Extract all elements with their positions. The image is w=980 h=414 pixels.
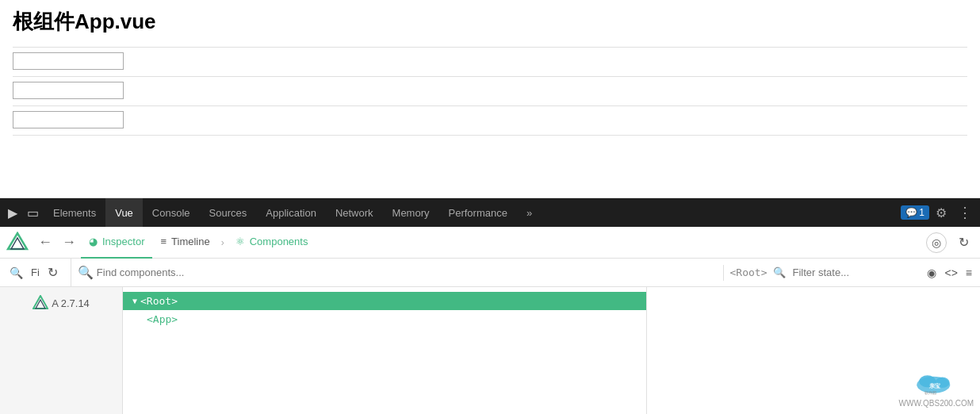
tab-timeline[interactable]: ≡ Timeline: [152, 227, 217, 259]
device-icon-btn[interactable]: ▭: [22, 202, 44, 224]
inspector-icon: ◕: [89, 236, 98, 247]
code-brackets-btn[interactable]: <>: [943, 265, 959, 281]
svg-marker-2: [33, 296, 48, 309]
chat-icon: 💬: [905, 207, 917, 218]
vue-sub-bar: ← → ◕ Inspector ≡ Timeline › ⚛ Component…: [0, 227, 980, 259]
more-options-icon-btn[interactable]: ⋮: [953, 201, 977, 224]
divider-4: [13, 135, 967, 136]
timeline-label: Timeline: [171, 236, 210, 247]
back-btn[interactable]: ←: [33, 232, 57, 252]
input-field-1[interactable]: [13, 52, 124, 70]
cursor-icon-btn[interactable]: ▶: [3, 202, 22, 224]
timeline-icon: ≡: [160, 236, 167, 247]
toolbar-left: 🔍 Fi ↻: [6, 259, 71, 286]
vue-bar-right: ◎ ↻: [926, 232, 974, 253]
vue-version-number: 2.7.14: [61, 297, 90, 309]
root-tag-label: <Root>: [730, 266, 768, 278]
more-actions-btn[interactable]: ≡: [964, 265, 974, 281]
vue-v-prefix: A: [52, 297, 61, 309]
component-tree: ▼ <Root> <App>: [123, 287, 647, 414]
tab-memory[interactable]: Memory: [383, 198, 439, 227]
watermark: 亲宝 软件园 WWW.QBS200.COM: [899, 367, 974, 408]
vue-v-icon: [33, 295, 48, 311]
find-components-input[interactable]: [97, 266, 335, 278]
input-field-3[interactable]: [13, 111, 124, 128]
divider-2: [13, 76, 967, 77]
vue-panel: A 2.7.14 ▼ <Root> <App> 亲宝: [0, 287, 980, 414]
input-row-3: [13, 111, 967, 128]
badge-count: 1: [919, 207, 924, 218]
inspector-label: Inspector: [102, 236, 144, 247]
main-content: 根组件App.vue: [0, 0, 980, 198]
toolbar-right-icons: ◉ <> ≡: [925, 265, 974, 281]
vue-toolbar: 🔍 Fi ↻ 🔍 <Root> 🔍 ◉ <> ≡: [0, 259, 980, 287]
page-title: 根组件App.vue: [13, 8, 967, 36]
root-arrow-icon: ▼: [132, 297, 137, 305]
app-component-label: <App>: [147, 313, 178, 325]
tab-sources[interactable]: Sources: [200, 198, 257, 227]
settings-icon-btn[interactable]: ⚙: [931, 202, 951, 224]
filter-search-icon: 🔍: [773, 266, 786, 278]
tab-console[interactable]: Console: [143, 198, 200, 227]
watermark-url: WWW.QBS200.COM: [899, 399, 974, 408]
notification-badge-btn[interactable]: 💬 1: [901, 205, 929, 220]
refresh-icon-btn[interactable]: ↻: [953, 232, 974, 253]
tab-vue[interactable]: Vue: [105, 198, 143, 227]
fi-label: Fi: [31, 266, 40, 278]
tab-elements[interactable]: Elements: [44, 198, 105, 227]
vue-version-text: A 2.7.14: [52, 297, 90, 309]
tab-application[interactable]: Application: [256, 198, 326, 227]
tab-inspector[interactable]: ◕ Inspector: [81, 227, 152, 259]
forward-btn[interactable]: →: [57, 232, 81, 252]
filter-state-input[interactable]: [792, 266, 919, 278]
target-icon-btn[interactable]: ◎: [926, 232, 947, 253]
eye-icon-btn[interactable]: ◉: [925, 265, 938, 281]
divider-3: [13, 105, 967, 106]
search-icon-btn[interactable]: 🔍: [6, 265, 26, 281]
chevron-right-icon: ›: [221, 237, 224, 248]
input-field-2[interactable]: [13, 82, 124, 99]
refresh-tree-btn[interactable]: ↻: [44, 263, 61, 282]
input-row-1: [13, 52, 967, 70]
svg-marker-0: [8, 233, 27, 249]
components-label: Components: [250, 236, 308, 247]
components-icon: ⚛: [235, 236, 245, 247]
devtools-tab-bar: ▶ ▭ Elements Vue Console Sources Applica…: [0, 198, 980, 227]
component-root-item[interactable]: ▼ <Root>: [123, 292, 646, 310]
tab-more[interactable]: »: [517, 198, 542, 227]
svg-text:软件园: 软件园: [924, 390, 936, 395]
tab-components[interactable]: ⚛ Components: [228, 227, 316, 259]
component-app-item[interactable]: <App>: [123, 310, 646, 328]
input-row-2: [13, 82, 967, 99]
vue-sidebar: A 2.7.14: [0, 287, 123, 414]
watermark-logo-icon: 亲宝 软件园: [913, 367, 960, 399]
find-icon: 🔍: [78, 265, 94, 280]
devtools-right-icons: 💬 1 ⚙ ⋮: [901, 201, 977, 224]
toolbar-middle: 🔍: [71, 265, 723, 280]
vue-logo-icon: [6, 232, 29, 254]
devtools-panel: ▶ ▭ Elements Vue Console Sources Applica…: [0, 198, 980, 414]
svg-text:亲宝: 亲宝: [929, 382, 941, 389]
divider-1: [13, 47, 967, 48]
tab-network[interactable]: Network: [326, 198, 383, 227]
toolbar-right: <Root> 🔍 ◉ <> ≡: [723, 265, 974, 281]
vue-version-badge: A 2.7.14: [33, 295, 90, 311]
tab-performance[interactable]: Performance: [439, 198, 517, 227]
root-component-label: <Root>: [140, 295, 178, 307]
